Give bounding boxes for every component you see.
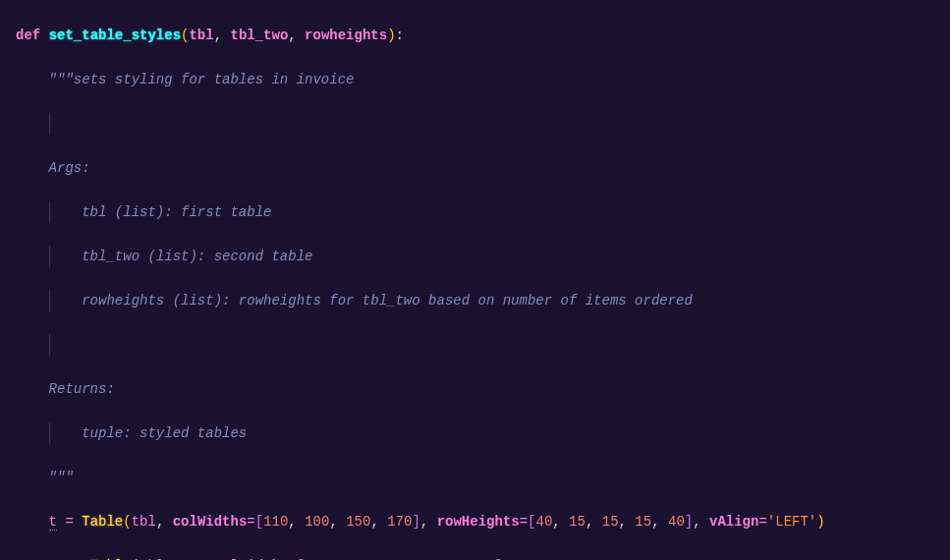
- code-line: t2 = Table(tbl_two, colWidths=[130, 70, …: [16, 555, 950, 561]
- class-name: Table: [82, 514, 123, 530]
- code-line: def set_table_styles(tbl, tbl_two, rowhe…: [16, 25, 950, 47]
- docstring: sets styling for tables in invoice: [74, 72, 355, 87]
- kwarg: colWidths: [173, 514, 248, 530]
- variable: t: [49, 514, 57, 531]
- function-name: set_table_styles: [49, 28, 181, 43]
- code-line: tbl_two (list): second table: [16, 246, 950, 268]
- docstring: tbl (list): first table: [82, 204, 271, 220]
- docstring-quote: """: [49, 470, 74, 485]
- code-line: t = Table(tbl, colWidths=[110, 100, 150,…: [16, 511, 950, 533]
- kwarg: rowHeights: [437, 514, 520, 530]
- docstring: tuple: styled tables: [82, 425, 247, 441]
- docstring: tbl_two (list): second table: [82, 249, 312, 264]
- code-line: """: [16, 467, 950, 489]
- code-line: rowheights (list): rowheights for tbl_tw…: [16, 290, 950, 312]
- keyword-def: def: [16, 28, 40, 43]
- code-editor[interactable]: def set_table_styles(tbl, tbl_two, rowhe…: [0, 2, 950, 560]
- docstring: Args:: [49, 160, 90, 176]
- code-line: """sets styling for tables in invoice: [16, 69, 950, 91]
- docstring-quote: """: [49, 72, 74, 87]
- param: rowheights: [305, 28, 387, 43]
- kwarg: vAlign: [709, 514, 758, 530]
- docstring: Returns:: [49, 381, 115, 397]
- code-line: Returns:: [16, 378, 950, 401]
- param: tbl_two: [230, 28, 288, 43]
- code-line: [16, 334, 950, 357]
- code-line: tbl (list): first table: [16, 201, 950, 224]
- param: tbl: [189, 28, 213, 43]
- code-line: [16, 113, 950, 136]
- code-line: Args:: [16, 157, 950, 180]
- docstring: rowheights (list): rowheights for tbl_tw…: [82, 293, 693, 308]
- code-line: tuple: styled tables: [16, 422, 950, 445]
